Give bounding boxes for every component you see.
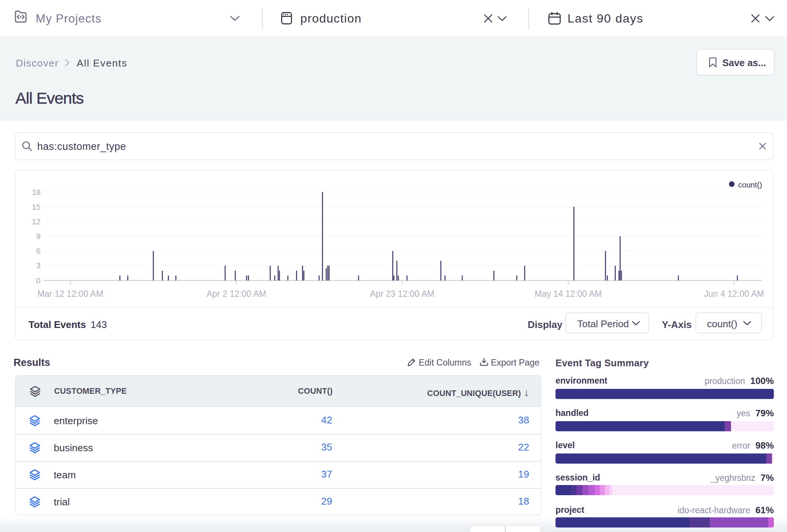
svg-text:9: 9 [36, 232, 41, 240]
svg-text:Mar 12 12:00 AM: Mar 12 12:00 AM [37, 289, 103, 299]
svg-text:0: 0 [36, 276, 41, 285]
svg-text:12: 12 [32, 217, 41, 226]
svg-text:Apr 23 12:00 AM: Apr 23 12:00 AM [370, 289, 434, 299]
svg-text:May 14 12:00 AM: May 14 12:00 AM [535, 289, 602, 299]
svg-text:3: 3 [36, 261, 41, 270]
svg-text:18: 18 [32, 188, 41, 196]
svg-text:Jun 4 12:00 AM: Jun 4 12:00 AM [704, 289, 764, 299]
svg-text:Apr 2 12:00 AM: Apr 2 12:00 AM [207, 289, 266, 299]
svg-text:count(): count() [738, 180, 762, 189]
svg-text:15: 15 [32, 203, 41, 211]
svg-text:6: 6 [36, 246, 41, 255]
